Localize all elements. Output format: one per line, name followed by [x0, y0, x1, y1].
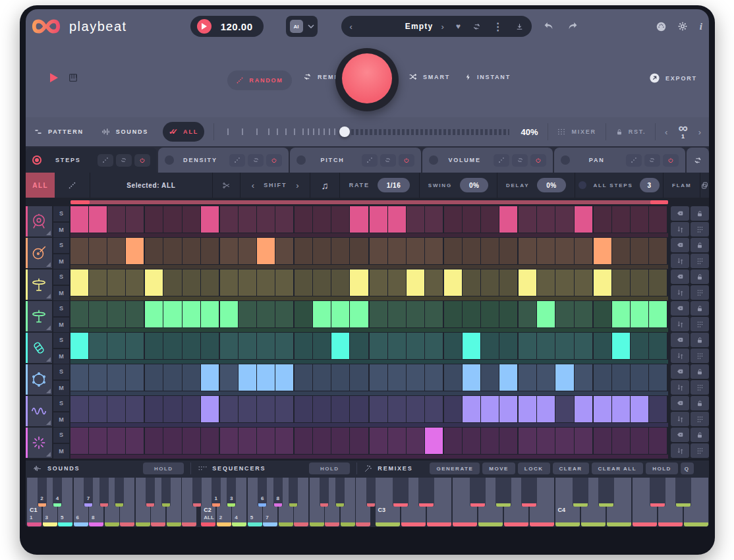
step-cell[interactable]: [370, 333, 387, 359]
step-cell[interactable]: [407, 333, 424, 359]
track-drag-handle[interactable]: [691, 443, 709, 458]
sub-step-lane[interactable]: [71, 328, 668, 332]
step-cell[interactable]: [388, 333, 406, 359]
step-cell[interactable]: [575, 333, 592, 359]
step-cell[interactable]: [575, 428, 592, 454]
tab-sounds[interactable]: SOUNDS: [116, 128, 148, 135]
step-cell[interactable]: [275, 269, 293, 296]
step-cell[interactable]: [331, 238, 349, 264]
step-cell[interactable]: [537, 206, 555, 233]
step-cell[interactable]: [350, 206, 368, 233]
step-cell[interactable]: [481, 301, 499, 327]
step-cell[interactable]: [313, 428, 331, 454]
black-key[interactable]: 3: [227, 478, 236, 507]
step-cell[interactable]: [370, 428, 387, 454]
shift-right-button[interactable]: ›: [296, 181, 298, 190]
step-cell[interactable]: [71, 333, 88, 359]
track-expand-handle[interactable]: [46, 357, 51, 362]
step-cell[interactable]: [71, 206, 88, 233]
step-cell[interactable]: [370, 269, 387, 296]
track-fader-button[interactable]: [671, 285, 689, 300]
step-cell[interactable]: [350, 333, 368, 359]
step-cell[interactable]: [350, 269, 368, 296]
step-cell[interactable]: [499, 333, 517, 359]
clear-track-button[interactable]: [671, 428, 689, 442]
step-cell[interactable]: [220, 238, 238, 264]
step-cell[interactable]: [407, 238, 424, 264]
step-cell[interactable]: [519, 428, 536, 454]
step-cell[interactable]: [163, 206, 181, 233]
track-fader-button[interactable]: [671, 443, 689, 458]
step-cell[interactable]: [594, 333, 611, 359]
black-key[interactable]: [99, 478, 109, 507]
step-cell[interactable]: [594, 238, 611, 264]
step-cell[interactable]: [331, 206, 349, 233]
note-value-button[interactable]: ♫: [310, 173, 339, 198]
black-key[interactable]: [675, 478, 691, 507]
black-key[interactable]: [320, 478, 329, 507]
engine-sync-button[interactable]: [687, 148, 709, 173]
step-cell[interactable]: [275, 238, 293, 264]
step-cell[interactable]: [537, 428, 555, 454]
step-cell[interactable]: [145, 333, 163, 359]
step-cell[interactable]: [649, 269, 667, 296]
instant-button[interactable]: INSTANT: [465, 72, 511, 82]
step-cell[interactable]: [519, 301, 536, 327]
track-expand-handle[interactable]: [46, 262, 51, 267]
step-cell[interactable]: [407, 301, 424, 327]
step-cell[interactable]: [649, 301, 667, 327]
delay-value[interactable]: 0%: [537, 178, 565, 192]
step-cell[interactable]: [220, 364, 238, 391]
track-drag-handle[interactable]: [691, 222, 709, 237]
step-cell[interactable]: [463, 238, 480, 264]
copy-pattern-button[interactable]: [700, 173, 709, 198]
step-cell[interactable]: [481, 238, 499, 264]
step-cell[interactable]: [481, 364, 499, 391]
step-cell[interactable]: [649, 333, 667, 359]
step-cell[interactable]: [350, 364, 368, 391]
step-cell[interactable]: [126, 206, 144, 233]
step-cell[interactable]: [295, 364, 312, 391]
step-cell[interactable]: [537, 333, 555, 359]
step-cell[interactable]: [295, 396, 312, 422]
clear-track-button[interactable]: [671, 396, 689, 410]
step-cell[interactable]: [107, 269, 125, 296]
step-cell[interactable]: [239, 396, 256, 422]
mute-button[interactable]: M: [53, 381, 69, 396]
step-cell[interactable]: [575, 301, 592, 327]
sounds-hold-button[interactable]: HOLD: [143, 462, 184, 474]
step-cell[interactable]: [275, 428, 293, 454]
track-fader-button[interactable]: [671, 254, 689, 268]
step-cell[interactable]: [463, 269, 480, 296]
step-cell[interactable]: [257, 333, 275, 359]
step-cell[interactable]: [499, 238, 517, 264]
step-cell[interactable]: [519, 364, 536, 391]
step-cell[interactable]: [163, 396, 181, 422]
step-cell[interactable]: [313, 333, 331, 359]
step-cell[interactable]: [370, 396, 387, 422]
bpm-value[interactable]: 120.00: [221, 21, 253, 32]
step-cell[interactable]: [555, 238, 573, 264]
lock-track-button[interactable]: [691, 206, 709, 221]
random-button[interactable]: RANDOM: [227, 70, 292, 90]
main-trigger-button[interactable]: [342, 53, 392, 103]
black-key[interactable]: 7: [84, 478, 93, 507]
track-drag-handle[interactable]: [691, 349, 709, 363]
tab-pan[interactable]: PAN: [554, 148, 685, 173]
step-cell[interactable]: [257, 428, 275, 454]
mixer-button[interactable]: MIXER: [571, 128, 596, 135]
step-cell[interactable]: [126, 238, 144, 264]
step-cell[interactable]: [239, 333, 256, 359]
black-key[interactable]: [573, 478, 588, 507]
black-key[interactable]: [418, 478, 434, 507]
step-cell[interactable]: [350, 428, 368, 454]
step-cell[interactable]: [71, 364, 88, 391]
step-cell[interactable]: [612, 333, 630, 359]
track-fader-button[interactable]: [671, 222, 689, 237]
move-button[interactable]: MOVE: [482, 462, 515, 474]
step-cell[interactable]: [519, 206, 536, 233]
cut-pattern-button[interactable]: [213, 173, 240, 198]
step-cell[interactable]: [425, 428, 443, 454]
step-cell[interactable]: [201, 428, 219, 454]
track-clap-button[interactable]: [26, 428, 52, 458]
